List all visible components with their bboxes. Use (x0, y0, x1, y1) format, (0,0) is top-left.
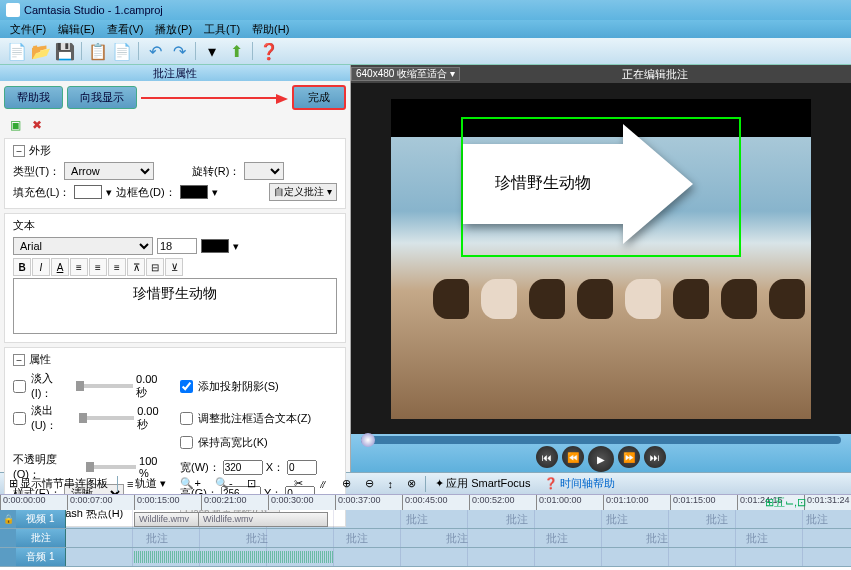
done-button[interactable]: 完成 (292, 85, 346, 110)
track-label-video[interactable]: 视频 1 (16, 510, 66, 528)
share-icon[interactable]: ⬆ (225, 40, 247, 62)
menu-file[interactable]: 文件(F) (4, 20, 52, 38)
ruler-tick: 0:00:30:00 (268, 495, 335, 510)
lock-icon[interactable]: 🔒 (0, 510, 16, 528)
preview-panel: 640x480 收缩至适合 ▾ 正在编辑批注 珍惜野生动物 ⏮ ⏪ (351, 65, 851, 472)
produce-icon[interactable]: ▾ (201, 40, 223, 62)
window-title: Camtasia Studio - 1.camproj (24, 4, 163, 16)
menu-edit[interactable]: 编辑(E) (52, 20, 101, 38)
menu-tools[interactable]: 工具(T) (198, 20, 246, 38)
smartfocus-button[interactable]: ✦ 应用 SmartFocus (430, 474, 535, 493)
fill-color-swatch[interactable] (74, 185, 102, 199)
cut-icon[interactable]: ✂ (289, 475, 308, 492)
arrow-callout[interactable]: 珍惜野生动物 (463, 144, 623, 224)
font-color-swatch[interactable] (201, 239, 229, 253)
panel-header: 批注属性 (0, 65, 350, 81)
tool-icon[interactable]: ↕ (383, 476, 399, 492)
video-frame: 珍惜野生动物 (391, 99, 811, 419)
align-left-icon[interactable]: ≡ (70, 258, 88, 276)
playback-bar: ⏮ ⏪ ▶ ⏩ ⏭ (351, 434, 851, 472)
redo-icon[interactable]: ↷ (168, 40, 190, 62)
canvas[interactable]: 珍惜野生动物 (351, 83, 851, 434)
zoom-in-icon[interactable]: 🔍+ (175, 475, 205, 492)
tool-icon[interactable]: ⊗ (402, 475, 421, 492)
align-bottom-icon[interactable]: ⊻ (165, 258, 183, 276)
title-bar: Camtasia Studio - 1.camproj (0, 0, 851, 20)
bold-icon[interactable]: B (13, 258, 31, 276)
play-icon[interactable]: ▶ (588, 446, 614, 472)
ruler-tick: 0:01:31:24 (804, 495, 851, 510)
track-label-audio[interactable]: 音频 1 (16, 548, 66, 566)
zoom-select[interactable]: 640x480 收缩至适合 ▾ (351, 67, 460, 81)
timeline-tracks: 🔒 视频 1 Wildlife.wmv Wildlife.wmv 批注批注批注批… (0, 510, 851, 567)
callout-selection[interactable]: 珍惜野生动物 (461, 117, 741, 257)
fadein-check[interactable] (13, 380, 26, 393)
type-select[interactable]: Arrow (64, 162, 154, 180)
tool-icon[interactable]: ⊖ (360, 475, 379, 492)
audio-track[interactable] (66, 548, 851, 566)
timeline-help-button[interactable]: ❓ 时间轴帮助 (539, 474, 620, 493)
undo-icon[interactable]: ↶ (144, 40, 166, 62)
help-icon[interactable]: ❓ (258, 40, 280, 62)
ime-indicator-icon: ⊞五⌙,⊡ (765, 495, 806, 510)
callout-text-input[interactable] (13, 278, 337, 334)
video-clip[interactable]: Wildlife.wmv (198, 512, 328, 527)
track-label-callout[interactable]: 批注 (16, 529, 66, 547)
resize-check[interactable] (180, 412, 193, 425)
show-me-button[interactable]: 向我显示 (67, 86, 137, 109)
menu-view[interactable]: 查看(V) (101, 20, 150, 38)
border-color-swatch[interactable] (180, 185, 208, 199)
rewind-icon[interactable]: ⏪ (562, 446, 584, 468)
zoom-fit-icon[interactable]: ⊡ (242, 475, 261, 492)
save-icon[interactable]: 💾 (54, 40, 76, 62)
scrub-bar[interactable] (361, 436, 841, 444)
width-input[interactable] (223, 460, 263, 475)
align-right-icon[interactable]: ≡ (108, 258, 126, 276)
copy-icon[interactable]: 📋 (87, 40, 109, 62)
delete-callout-icon[interactable]: ✖ (28, 116, 46, 134)
align-top-icon[interactable]: ⊼ (127, 258, 145, 276)
ruler-tick: 0:00:37:00 (335, 495, 402, 510)
aspect-check[interactable] (180, 436, 193, 449)
fadeout-slider[interactable] (79, 416, 135, 420)
forward-icon[interactable]: ⏩ (618, 446, 640, 468)
scrub-handle[interactable] (361, 433, 375, 447)
font-select[interactable]: Arial (13, 237, 153, 255)
collapse-icon[interactable]: – (13, 145, 25, 157)
shadow-check[interactable] (180, 380, 193, 393)
ruler-tick: 0:00:00:00 (0, 495, 67, 510)
italic-icon[interactable]: I (32, 258, 50, 276)
font-size-input[interactable] (157, 238, 197, 254)
paste-icon[interactable]: 📄 (111, 40, 133, 62)
next-icon[interactable]: ⏭ (644, 446, 666, 468)
underline-icon[interactable]: A (51, 258, 69, 276)
custom-callout-button[interactable]: 自定义批注 ▾ (269, 183, 337, 201)
menu-help[interactable]: 帮助(H) (246, 20, 295, 38)
time-ruler[interactable]: 0:00:00:000:00:07:000:00:15:000:00:21:00… (0, 494, 851, 510)
x-input[interactable] (287, 460, 317, 475)
ruler-tick: 0:01:00:00 (536, 495, 603, 510)
new-icon[interactable]: 📄 (6, 40, 28, 62)
align-middle-icon[interactable]: ⊟ (146, 258, 164, 276)
tool-icon[interactable]: ⊕ (337, 475, 356, 492)
audio-waveform[interactable] (134, 551, 334, 563)
menu-play[interactable]: 播放(P) (149, 20, 198, 38)
zoom-out-icon[interactable]: 🔍- (210, 475, 238, 492)
text-section: 文本 Arial ▾ B I A ≡ ≡ ≡ ⊼ ⊟ ⊻ (4, 213, 346, 343)
align-center-icon[interactable]: ≡ (89, 258, 107, 276)
fadeout-check[interactable] (13, 412, 26, 425)
prev-icon[interactable]: ⏮ (536, 446, 558, 468)
tracks-button[interactable]: ≡ 轨道 ▾ (122, 474, 171, 493)
help-me-button[interactable]: 帮助我 (4, 86, 63, 109)
rotate-select[interactable] (244, 162, 284, 180)
callout-track[interactable]: 批注批注批注批注批注批注批注 (66, 529, 851, 547)
copy-callout-icon[interactable]: ▣ (6, 116, 24, 134)
fadein-slider[interactable] (76, 384, 133, 388)
split-icon[interactable]: ⫽ (312, 476, 333, 492)
collapse-icon[interactable]: – (13, 354, 25, 366)
open-icon[interactable]: 📂 (30, 40, 52, 62)
storyboard-button[interactable]: ⊞ 显示情节串连图板 (4, 474, 113, 493)
opacity-slider[interactable] (86, 465, 136, 469)
video-track[interactable]: Wildlife.wmv Wildlife.wmv 批注批注批注批注批注 (66, 510, 851, 528)
properties-panel: 批注属性 帮助我 向我显示 完成 ▣ ✖ –外形 类型(T)： Arrow 旋转… (0, 65, 351, 472)
